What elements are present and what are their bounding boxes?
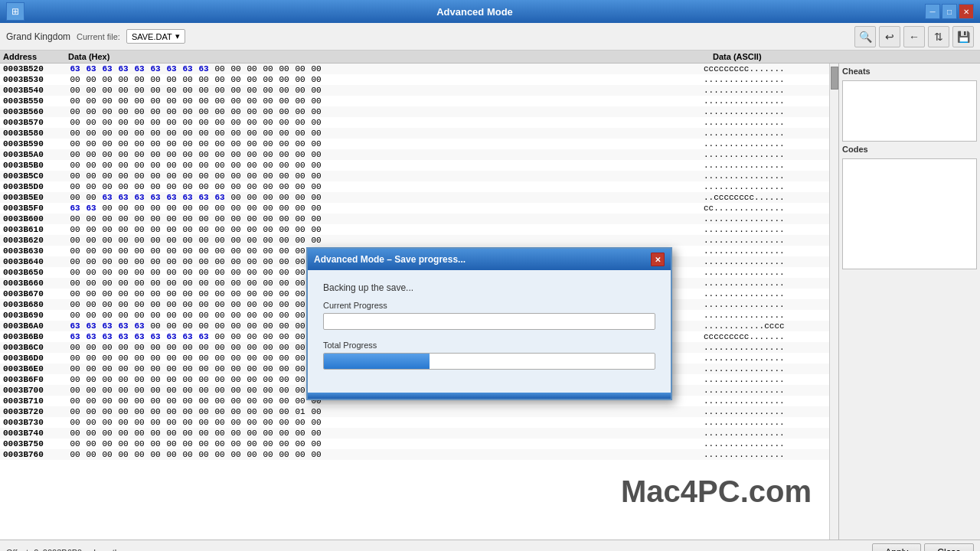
save-progress-dialog: Advanced Mode – Save progress... ✕ Backi… [306,247,672,400]
file-label: Current file: [77,32,120,41]
bottom-close-button[interactable]: Close [924,543,974,552]
column-headers: Address Data (Hex) Data (ASCII) [0,51,980,64]
dialog-status-text: Backing up the save... [323,282,655,293]
dialog-content: Backing up the save... Current Progress … [308,270,671,393]
total-progress-label: Total Progress [323,341,655,350]
current-progress-bar [323,313,655,330]
dialog-title-bar: Advanced Mode – Save progress... ✕ [308,249,671,270]
main-content: 0003B52063636363636363636300000000000000… [0,64,980,540]
save-button[interactable]: 💾 [952,26,974,47]
window-controls: ─ □ ✕ [925,4,974,19]
toolbar-right: 🔍 ↩ ← ⇅ 💾 [854,26,974,47]
file-dropdown[interactable]: SAVE.DAT ▾ [126,29,185,44]
dialog-overlay: Advanced Mode – Save progress... ✕ Backi… [0,64,980,540]
address-header: Address [3,52,68,61]
undo-button[interactable]: ↩ [879,26,900,47]
dialog-bottom-border [308,393,671,399]
search-button[interactable]: 🔍 [854,26,876,47]
restore-button[interactable]: □ [942,4,957,19]
offset-value: 0x0003B6B9 [34,548,82,552]
apply-button[interactable]: Apply [872,543,921,552]
title-bar: ⊞ Advanced Mode ─ □ ✕ [0,0,980,23]
sort-button[interactable]: ⇅ [928,26,949,47]
bottom-bar: Offset 0x0003B6B9 Length Apply Close [0,540,980,551]
total-progress-bar [323,353,655,370]
length-label: Length [93,548,119,552]
dropdown-arrow-icon: ▾ [175,31,180,41]
app-icon: ⊞ [6,2,24,21]
back-button[interactable]: ← [903,26,925,47]
hex-header: Data (Hex) [68,52,713,61]
status-info: Offset 0x0003B6B9 Length [6,548,119,552]
toolbar-left: Grand Kingdom Current file: SAVE.DAT ▾ [6,29,185,44]
total-progress-fill [324,354,430,369]
game-title: Grand Kingdom [6,31,70,42]
bottom-buttons: Apply Close [872,543,974,552]
window-close-button[interactable]: ✕ [959,4,974,19]
toolbar: Grand Kingdom Current file: SAVE.DAT ▾ 🔍… [0,23,980,51]
window-title: Advanced Mode [24,6,925,18]
ascii-header: Data (ASCII) [713,52,835,61]
offset-label: Offset [6,548,28,552]
current-progress-label: Current Progress [323,301,655,310]
dialog-title: Advanced Mode – Save progress... [314,254,466,265]
dialog-close-button[interactable]: ✕ [651,253,665,266]
minimize-button[interactable]: ─ [925,4,940,19]
file-value: SAVE.DAT [132,32,172,41]
